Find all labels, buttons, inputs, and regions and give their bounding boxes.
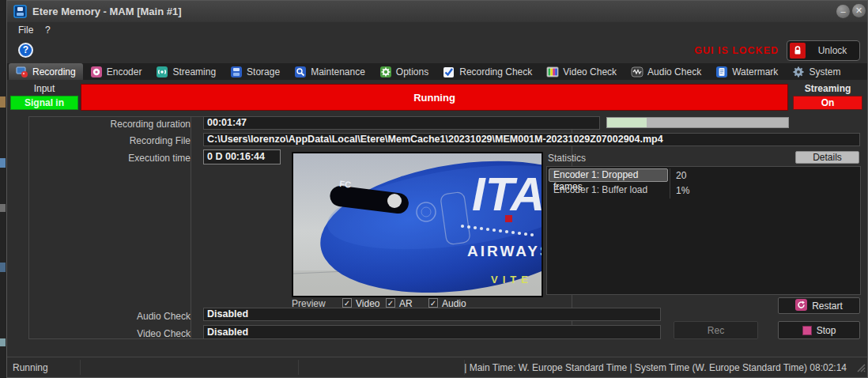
plane-registration: FC xyxy=(339,179,352,189)
tab-encoder[interactable]: Encoder xyxy=(83,63,149,80)
tab-watermark[interactable]: Watermark xyxy=(708,63,785,80)
statistic-row-name[interactable]: Encoder 1: Buffer load xyxy=(549,184,647,195)
time-status-text: | Main Time: W. Europe Standard Time | S… xyxy=(464,362,847,373)
unlock-label: Unlock xyxy=(806,45,859,56)
stop-label: Stop xyxy=(817,325,836,336)
tab-video-check[interactable]: Video Check xyxy=(539,63,624,80)
desktop-fragment xyxy=(0,96,6,108)
restart-label: Restart xyxy=(812,301,843,312)
ar-checkbox[interactable]: ✓ xyxy=(386,298,395,308)
lock-icon xyxy=(790,43,806,59)
recording-progress-bar xyxy=(606,117,789,128)
desktop-fragment xyxy=(0,158,6,168)
recording-file-label: Recording File xyxy=(36,135,191,146)
video-preview[interactable]: FC ITA AIRWAYS VITE xyxy=(292,152,543,297)
plane-brand-bottom: AIRWAYS xyxy=(467,243,542,259)
tab-maintenance[interactable]: Maintenance xyxy=(287,63,372,80)
watermark-text: VITE xyxy=(491,274,533,285)
execution-time-value: 0 D 00:16:44 xyxy=(203,149,281,164)
unlock-button[interactable]: Unlock xyxy=(787,40,860,61)
plane-brand-top: ITA xyxy=(472,168,542,221)
title-bar[interactable]: Etere Memory - MAM [Main #1] – ✕ xyxy=(7,1,867,22)
rec-label: Rec xyxy=(708,325,724,336)
colorbars-icon xyxy=(546,66,559,78)
rec-button[interactable]: Rec xyxy=(674,321,758,339)
stop-icon xyxy=(802,326,812,335)
options-gear-icon xyxy=(379,66,392,78)
restart-button[interactable]: Restart xyxy=(778,297,860,314)
storage-icon xyxy=(230,66,243,78)
recording-duration-value[interactable]: 00:01:47 xyxy=(203,116,600,130)
audio-check-value[interactable]: Disabled xyxy=(203,308,661,321)
video-check-label: Video Check xyxy=(36,328,191,339)
menu-help[interactable]: ? xyxy=(42,25,54,36)
status-text: Running xyxy=(13,362,48,373)
preview-image: FC ITA AIRWAYS VITE xyxy=(293,153,542,296)
video-check-value[interactable]: Disabled xyxy=(203,325,661,339)
desktop-fragment xyxy=(0,338,6,346)
tab-recording-check[interactable]: Recording Check xyxy=(436,63,539,80)
audio-checkbox[interactable]: ✓ xyxy=(428,298,438,308)
desktop-edge xyxy=(0,0,6,378)
streaming-icon xyxy=(156,66,168,78)
tab-storage[interactable]: Storage xyxy=(223,63,287,80)
tab-streaming[interactable]: Streaming xyxy=(149,63,223,80)
tab-label: Maintenance xyxy=(311,66,365,77)
statistic-row-value: 1% xyxy=(676,185,689,196)
tab-bar: Recording Encoder Streaming Storage Main… xyxy=(7,63,867,80)
statistics-list[interactable]: Encoder 1: Dropped frames 20 Encoder 1: … xyxy=(546,166,861,295)
close-button[interactable]: ✕ xyxy=(852,4,866,17)
tab-label: Video Check xyxy=(563,66,617,77)
recording-file-value[interactable]: C:\Users\lorenzo\AppData\Local\Etere\Mem… xyxy=(203,133,860,146)
streaming-label: Streaming xyxy=(791,83,864,94)
encoder-icon xyxy=(90,66,103,78)
tab-label: Recording xyxy=(32,66,76,77)
tab-system[interactable]: System xyxy=(785,63,847,80)
running-text: Running xyxy=(413,92,455,104)
tab-options[interactable]: Options xyxy=(372,63,436,80)
statusbar-separator xyxy=(298,360,299,375)
video-checkbox[interactable]: ✓ xyxy=(342,298,352,308)
tab-recording[interactable]: Recording xyxy=(9,63,83,80)
waveform-icon xyxy=(631,66,643,78)
progress-fill xyxy=(607,118,647,127)
help-icon[interactable]: ? xyxy=(18,43,33,58)
minimize-button[interactable]: – xyxy=(836,5,850,18)
details-button[interactable]: Details xyxy=(795,151,859,164)
gui-locked-text: GUI IS LOCKED xyxy=(694,45,779,56)
check-icon xyxy=(443,66,455,78)
desktop-fragment xyxy=(0,204,6,212)
tab-audio-check[interactable]: Audio Check xyxy=(624,63,708,80)
statusbar-separator xyxy=(80,360,81,375)
tab-label: Audio Check xyxy=(647,66,701,77)
restart-icon xyxy=(795,299,807,313)
app-icon xyxy=(13,5,27,21)
window-title: Etere Memory - MAM [Main #1] xyxy=(32,6,182,17)
resize-grip[interactable] xyxy=(855,361,866,376)
statistics-title: Statistics xyxy=(548,153,586,164)
statistic-row-name[interactable]: Encoder 1: Dropped frames xyxy=(549,168,668,182)
app-window: Etere Memory - MAM [Main #1] – ✕ File ? … xyxy=(6,0,868,378)
document-icon xyxy=(715,66,728,78)
statistic-row-value: 20 xyxy=(676,170,686,181)
tab-label: Storage xyxy=(247,66,280,77)
recording-icon xyxy=(16,66,28,78)
tab-label: System xyxy=(809,66,840,77)
status-bar: Running | Main Time: W. Europe Standard … xyxy=(7,357,867,377)
desktop-fragment xyxy=(0,263,6,272)
statistics-column-separator xyxy=(670,168,670,198)
tab-label: Options xyxy=(396,66,428,77)
execution-time-label: Execution time xyxy=(36,153,191,164)
menu-file[interactable]: File xyxy=(15,25,36,36)
signal-in-badge: Signal in xyxy=(10,96,78,110)
input-label: Input xyxy=(10,83,78,94)
recording-duration-label: Recording duration xyxy=(36,119,191,130)
screen: Etere Memory - MAM [Main #1] – ✕ File ? … xyxy=(0,0,868,378)
tab-label: Watermark xyxy=(732,66,778,77)
stop-button[interactable]: Stop xyxy=(778,321,860,339)
tab-label: Encoder xyxy=(107,66,142,77)
menu-bar: File ? xyxy=(7,22,867,39)
maintenance-icon xyxy=(294,66,307,78)
system-gear-icon xyxy=(792,66,805,78)
tab-label: Recording Check xyxy=(459,66,532,77)
